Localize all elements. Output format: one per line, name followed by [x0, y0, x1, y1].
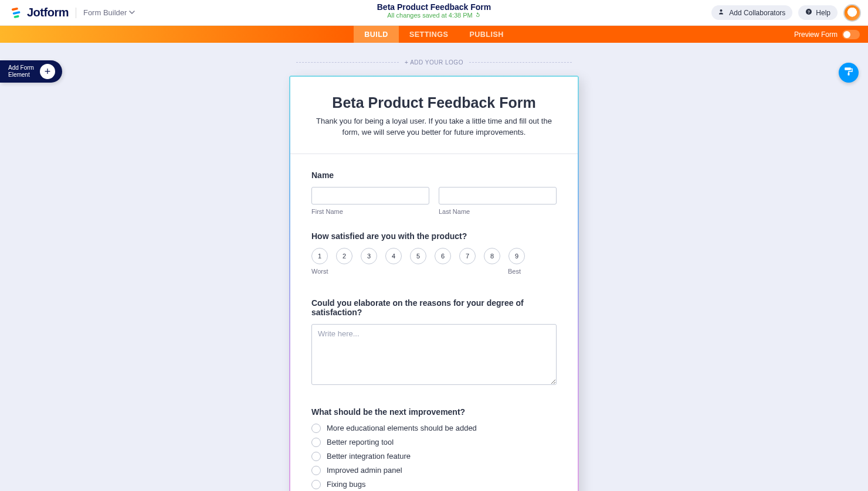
satisfaction-label: How satisfied are you with the product? [311, 231, 557, 241]
list-item[interactable]: Fixing bugs [311, 480, 557, 489]
chevron-down-icon [129, 8, 135, 17]
form-card[interactable]: Beta Product Feedback Form Thank you for… [289, 76, 579, 491]
radio-icon [311, 438, 321, 447]
radio-icon [311, 452, 321, 461]
jotform-logo-icon [11, 6, 23, 19]
add-form-element-button[interactable]: Add Form Element + [0, 60, 62, 83]
radio-icon [311, 466, 321, 475]
user-avatar[interactable] [843, 4, 861, 22]
app-header: Jotform Form Builder Beta Product Feedba… [0, 0, 868, 26]
add-element-label: Add Form Element [8, 64, 34, 79]
field-elaborate[interactable]: Could you elaborate on the reasons for y… [311, 298, 557, 387]
rating-4[interactable]: 4 [385, 248, 402, 264]
preview-form-toggle-wrap: Preview Form [794, 26, 860, 43]
rating-5[interactable]: 5 [410, 248, 426, 264]
rating-best: Best [508, 268, 521, 275]
first-name-input[interactable] [311, 187, 429, 204]
svg-rect-6 [845, 67, 851, 70]
header-right: Add Collaborators ? Help [711, 4, 861, 22]
name-label: Name [311, 171, 557, 180]
undo-icon[interactable] [475, 12, 481, 19]
add-collaborators-button[interactable]: Add Collaborators [711, 5, 792, 20]
last-name-col: Last Name [439, 187, 557, 215]
brand-name: Jotform [27, 6, 69, 19]
preview-toggle[interactable] [842, 30, 860, 39]
radio-icon [311, 424, 321, 433]
form-builder-label: Form Builder [83, 8, 127, 17]
help-icon: ? [805, 8, 812, 17]
form-title-header[interactable]: Beta Product Feedback Form [377, 2, 491, 12]
preview-label: Preview Form [794, 30, 838, 39]
save-status: All changes saved at 4:38 PM [377, 12, 491, 19]
tab-publish[interactable]: PUBLISH [459, 26, 514, 43]
tab-build[interactable]: BUILD [354, 26, 399, 43]
form-inner: Beta Product Feedback Form Thank you for… [290, 77, 578, 491]
svg-rect-2 [13, 15, 19, 18]
rating-labels: Worst Best [311, 268, 521, 275]
svg-rect-0 [12, 7, 19, 11]
add-your-logo-strip[interactable]: + ADD YOUR LOGO [290, 59, 578, 66]
form-heading[interactable]: Beta Product Feedback Form [311, 94, 557, 111]
last-name-input[interactable] [439, 187, 557, 204]
rating-row: 1 2 3 4 5 6 7 8 9 [311, 248, 557, 264]
form-builder-dropdown[interactable]: Form Builder [83, 8, 135, 17]
first-name-col: First Name [311, 187, 429, 215]
header-center: Beta Product Feedback Form All changes s… [377, 2, 491, 19]
tab-settings[interactable]: SETTINGS [399, 26, 459, 43]
field-improvement[interactable]: What should be the next improvement? Mor… [311, 407, 557, 489]
plus-icon: + [40, 64, 55, 79]
elaborate-label: Could you elaborate on the reasons for y… [311, 298, 557, 317]
form-subheading[interactable]: Thank you for being a loyal user. If you… [311, 116, 557, 138]
list-item[interactable]: More educational elements should be adde… [311, 424, 557, 433]
rating-3[interactable]: 3 [361, 248, 377, 264]
improvement-options: More educational elements should be adde… [311, 424, 557, 489]
svg-rect-1 [12, 11, 20, 14]
user-plus-icon [718, 8, 725, 17]
radio-icon [311, 480, 321, 489]
builder-canvas: Add Form Element + + ADD YOUR LOGO Beta … [0, 43, 868, 491]
list-item[interactable]: Improved admin panel [311, 466, 557, 475]
main-tabs: BUILD SETTINGS PUBLISH Preview Form [0, 26, 868, 43]
rating-1[interactable]: 1 [311, 248, 328, 264]
name-row: First Name Last Name [311, 187, 557, 215]
rating-9[interactable]: 9 [508, 248, 525, 264]
improvement-label: What should be the next improvement? [311, 407, 557, 417]
rating-2[interactable]: 2 [336, 248, 352, 264]
rating-6[interactable]: 6 [435, 248, 451, 264]
form-designer-button[interactable] [839, 63, 859, 83]
elaborate-textarea[interactable] [311, 324, 557, 385]
last-name-sublabel: Last Name [439, 208, 557, 215]
rating-8[interactable]: 8 [484, 248, 500, 264]
list-item[interactable]: Better integration feature [311, 452, 557, 461]
field-satisfaction[interactable]: How satisfied are you with the product? … [311, 231, 557, 275]
svg-text:?: ? [808, 10, 810, 14]
rating-worst: Worst [311, 268, 328, 275]
first-name-sublabel: First Name [311, 208, 429, 215]
rating-7[interactable]: 7 [459, 248, 476, 264]
brand-logo[interactable]: Jotform [11, 6, 69, 19]
svg-rect-7 [848, 73, 850, 76]
svg-point-3 [720, 9, 723, 12]
divider [76, 8, 76, 18]
field-name[interactable]: Name First Name Last Name [311, 171, 557, 215]
list-item[interactable]: Better reporting tool [311, 438, 557, 447]
paint-roller-icon [843, 66, 854, 79]
header-divider [290, 154, 578, 154]
help-button[interactable]: ? Help [798, 5, 838, 20]
